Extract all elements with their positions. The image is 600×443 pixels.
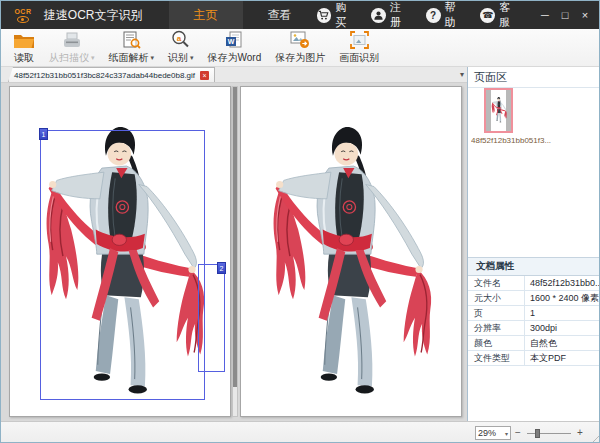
tab-overflow-icon[interactable]: ▾ — [460, 68, 464, 82]
screen-ocr-label: 画面识别 — [339, 51, 379, 65]
property-row-pages: 页 1 — [468, 306, 600, 321]
property-label: 文件名 — [468, 276, 525, 290]
zoom-slider[interactable] — [527, 426, 571, 440]
save-word-button[interactable]: W 保存为Word — [208, 30, 262, 66]
property-value: 1 — [525, 308, 600, 318]
window-title: 捷速OCR文字识别 — [44, 7, 143, 24]
maximize-button[interactable]: □ — [555, 1, 575, 29]
page-view-analysis[interactable]: 1 2 — [9, 86, 231, 417]
property-label: 元大小 — [468, 291, 525, 305]
property-value: 1600 * 2400 像素 — [525, 292, 600, 305]
support-button[interactable]: ☎ 客服 — [480, 0, 521, 30]
scanner-icon — [62, 30, 82, 49]
selection-region-2[interactable]: 2 — [198, 264, 225, 372]
zoom-in-button[interactable]: + — [573, 426, 587, 440]
zoom-out-button[interactable]: − — [511, 426, 525, 440]
pages-panel-header: 页面区 — [468, 67, 600, 88]
page-view-preview[interactable] — [240, 86, 462, 417]
scanner-label: 从扫描仪▾ — [49, 51, 95, 65]
save-word-label: 保存为Word — [208, 51, 262, 65]
property-label: 分辨率 — [468, 321, 525, 335]
property-row-size: 元大小 1600 * 2400 像素 — [468, 291, 600, 306]
help-button[interactable]: ? 帮助 — [426, 0, 467, 30]
minimize-button[interactable]: ─ — [535, 1, 555, 29]
page-scrollbar-thumb[interactable] — [233, 87, 237, 387]
layout-analysis-button[interactable]: 纸面解析▾ — [109, 30, 155, 66]
selection-region-1[interactable]: 1 — [40, 130, 205, 400]
chevron-down-icon: ▾ — [151, 54, 155, 62]
thumbnail-caption: 48f52f12b31bb051f3... — [471, 136, 597, 145]
tab-close-icon[interactable]: × — [200, 71, 209, 80]
eye-icon — [17, 16, 29, 23]
register-button[interactable]: 注册 — [371, 0, 412, 30]
right-sidebar: 页面区 48f52f12b31bb051f3... 文档属性 文件名 48f52… — [467, 67, 600, 421]
property-row-resolution: 分辨率 300dpi — [468, 321, 600, 336]
thumbnail-image — [491, 90, 506, 131]
question-glyph: ? — [430, 8, 436, 23]
property-label: 文件类型 — [468, 351, 525, 365]
chevron-down-icon: ▾ — [190, 54, 194, 62]
support-label: 客服 — [499, 0, 521, 30]
property-row-color: 颜色 自然色 — [468, 336, 600, 351]
property-value: 自然色 — [525, 337, 600, 350]
read-button[interactable]: 读取 — [13, 30, 35, 66]
chevron-down-icon: ▾ — [91, 54, 95, 62]
buy-label: 购买 — [335, 0, 357, 30]
status-bar: 29% ▾ − + — [1, 421, 600, 443]
read-label: 读取 — [14, 51, 34, 65]
word-doc-icon: W — [225, 30, 243, 49]
property-row-filetype: 文件类型 本文PDF — [468, 351, 600, 366]
zoom-controls: 29% ▾ − + — [475, 426, 587, 440]
phone-icon: ☎ — [480, 8, 495, 23]
property-value: 300dpi — [525, 323, 600, 333]
selection-badge-1: 1 — [39, 128, 48, 140]
recognize-button[interactable]: a 识别▾ — [168, 30, 194, 66]
property-value: 48f52f12b31bb0... — [525, 278, 600, 288]
zoom-slider-track — [527, 433, 571, 434]
document-tab[interactable]: 48f52f12b31bb051f3bc824c337adab44bede0b8… — [8, 67, 215, 82]
register-label: 注册 — [390, 0, 412, 30]
title-bar: OCR 捷速OCR文字识别 主页 查看 购买 注册 ? 帮助 — [1, 1, 600, 29]
resize-grip[interactable] — [588, 431, 600, 443]
tab-view[interactable]: 查看 — [243, 1, 317, 29]
svg-text:a: a — [177, 34, 182, 43]
app-logo-text: OCR — [14, 8, 31, 15]
screen-ocr-button[interactable]: 画面识别 — [339, 30, 379, 66]
save-image-icon — [290, 30, 310, 49]
page-scrollbar[interactable] — [232, 86, 238, 417]
property-label: 颜色 — [468, 336, 525, 350]
zoom-slider-handle[interactable] — [535, 429, 540, 438]
question-icon: ? — [426, 8, 441, 23]
buy-button[interactable]: 购买 — [317, 0, 358, 30]
property-label: 页 — [468, 306, 525, 320]
property-row-filename: 文件名 48f52f12b31bb0... — [468, 276, 600, 291]
help-label: 帮助 — [445, 0, 467, 30]
scanner-button[interactable]: 从扫描仪▾ — [49, 30, 95, 66]
main-menu-tabs: 主页 查看 — [169, 1, 317, 29]
chevron-down-icon: ▾ — [505, 430, 508, 437]
app-logo: OCR — [10, 8, 36, 23]
recognize-label: 识别▾ — [168, 51, 194, 65]
main-toolbar: 读取 从扫描仪▾ 纸面解析▾ a 识别▾ W 保存为Word — [1, 29, 600, 67]
document-tab-filename: 48f52f12b31bb051f3bc824c337adab44bede0b8… — [14, 71, 195, 80]
window-controls: ─ □ × — [535, 1, 595, 29]
save-image-label: 保存为图片 — [275, 51, 325, 65]
properties-header: 文档属性 — [468, 258, 600, 276]
zoom-level-value: 29% — [478, 428, 496, 438]
zoom-level-select[interactable]: 29% ▾ — [475, 426, 511, 440]
selection-badge-2: 2 — [217, 262, 226, 274]
cart-icon — [317, 8, 332, 23]
person-icon — [371, 8, 386, 23]
svg-text:W: W — [228, 38, 235, 45]
page-thumbnail[interactable] — [484, 88, 513, 133]
document-tab-bar: 48f52f12b31bb051f3bc824c337adab44bede0b8… — [1, 67, 467, 83]
layout-analysis-label: 纸面解析▾ — [109, 51, 155, 65]
dancer-image — [265, 123, 445, 415]
close-button[interactable]: × — [575, 1, 595, 29]
document-canvas: 1 2 — [1, 83, 467, 421]
property-value: 本文PDF — [525, 352, 600, 365]
save-image-button[interactable]: 保存为图片 — [275, 30, 325, 66]
document-properties-panel: 文档属性 文件名 48f52f12b31bb0... 元大小 1600 * 24… — [468, 257, 600, 366]
open-folder-icon — [13, 30, 35, 49]
tab-home[interactable]: 主页 — [169, 1, 243, 29]
